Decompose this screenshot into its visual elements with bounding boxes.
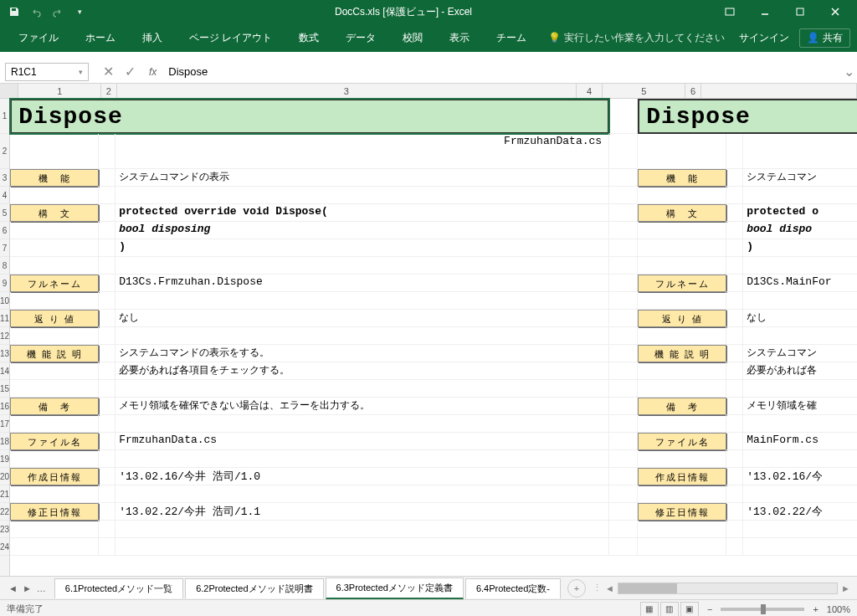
cell[interactable] [10, 134, 99, 169]
row-header[interactable]: 18 [0, 433, 9, 450]
cell[interactable] [726, 521, 743, 538]
cell[interactable] [726, 292, 743, 310]
expand-formula-icon[interactable]: ⌄ [840, 64, 857, 80]
cell[interactable] [609, 222, 638, 239]
cell[interactable] [99, 398, 115, 415]
cell[interactable] [10, 239, 99, 257]
cell[interactable] [726, 134, 743, 169]
label-return[interactable]: 返 り 値 [638, 310, 726, 327]
cell[interactable] [115, 415, 609, 433]
cell[interactable] [609, 99, 638, 134]
cell[interactable] [743, 485, 857, 503]
cell[interactable] [726, 204, 743, 222]
cell[interactable] [10, 415, 99, 433]
cell[interactable] [638, 257, 726, 275]
cell[interactable] [726, 275, 743, 292]
tab-file[interactable]: ファイル [7, 26, 70, 50]
cell[interactable] [609, 239, 638, 257]
row-header[interactable]: 24 [0, 538, 9, 556]
view-pagelayout-icon[interactable]: ▥ [660, 602, 679, 617]
cell[interactable]: FrmzuhanData.cs [115, 433, 609, 450]
zoom-thumb[interactable] [761, 604, 766, 614]
row-header[interactable]: 16 [0, 398, 9, 415]
cell[interactable] [115, 187, 609, 204]
cell[interactable] [10, 362, 99, 380]
cell[interactable]: MainForm.cs [743, 433, 857, 450]
view-normal-icon[interactable]: ▦ [640, 602, 659, 617]
cell[interactable] [99, 503, 115, 521]
cell[interactable] [99, 538, 115, 556]
tab-data[interactable]: データ [334, 26, 387, 50]
cancel-icon[interactable]: ✕ [100, 64, 115, 80]
label-func[interactable]: 機 能 [10, 169, 99, 187]
cell[interactable]: メモリ領域を確 [743, 398, 857, 415]
row-header[interactable]: 19 [0, 450, 9, 468]
cell[interactable] [10, 521, 99, 538]
label-desc[interactable]: 機 能 説 明 [10, 345, 99, 362]
cell[interactable] [638, 239, 726, 257]
cell[interactable] [638, 292, 726, 310]
cell[interactable] [10, 538, 99, 556]
row-header[interactable]: 17 [0, 415, 9, 433]
cell[interactable]: システムコマン [743, 169, 857, 187]
sheet-tab-active[interactable]: 6.3Protectedメソッド定義書 [326, 578, 464, 599]
cell[interactable] [99, 310, 115, 327]
cell[interactable] [743, 521, 857, 538]
tab-more-icon[interactable]: … [37, 583, 46, 593]
row-header[interactable]: 6 [0, 222, 9, 239]
qat-dropdown-icon[interactable]: ▾ [72, 4, 87, 19]
cell[interactable] [726, 433, 743, 450]
minimize-icon[interactable] [748, 2, 782, 22]
label-desc[interactable]: 機 能 説 明 [638, 345, 726, 362]
cell[interactable] [115, 257, 609, 275]
cell[interactable] [743, 134, 857, 169]
cell[interactable]: システムコマンドの表示をする。 [115, 345, 609, 362]
cell[interactable] [609, 204, 638, 222]
label-syntax[interactable]: 構 文 [10, 204, 99, 222]
close-icon[interactable] [819, 2, 852, 22]
cell[interactable]: '13.02.22/今井 浩司/1.1 [115, 503, 609, 521]
cell[interactable] [609, 275, 638, 292]
tell-me[interactable]: 💡 実行したい作業を入力してください [548, 31, 725, 45]
cell[interactable] [609, 327, 638, 345]
cell[interactable] [609, 450, 638, 468]
cell[interactable] [609, 380, 638, 398]
cell[interactable] [638, 327, 726, 345]
cell[interactable]: なし [743, 310, 857, 327]
cell[interactable] [726, 398, 743, 415]
cell[interactable] [609, 485, 638, 503]
cell[interactable] [638, 134, 726, 169]
cell[interactable]: protected override void Dispose( [115, 204, 609, 222]
signin-link[interactable]: サインイン [739, 31, 789, 45]
cell[interactable] [99, 275, 115, 292]
cell[interactable] [726, 222, 743, 239]
label-return[interactable]: 返 り 値 [10, 310, 99, 327]
cell[interactable] [609, 521, 638, 538]
cell[interactable] [115, 521, 609, 538]
label-created[interactable]: 作成日情報 [10, 468, 99, 485]
cell[interactable] [726, 380, 743, 398]
cell[interactable] [743, 538, 857, 556]
cell[interactable] [726, 468, 743, 485]
cell[interactable] [10, 187, 99, 204]
cell[interactable] [609, 292, 638, 310]
row-header[interactable]: 13 [0, 345, 9, 362]
cell[interactable] [99, 362, 115, 380]
cell[interactable] [743, 257, 857, 275]
cell[interactable] [609, 468, 638, 485]
row-header[interactable]: 3 [0, 169, 9, 187]
cell[interactable] [609, 503, 638, 521]
cell[interactable]: ) [115, 239, 609, 257]
cell[interactable] [115, 380, 609, 398]
view-pagebreak-icon[interactable]: ▣ [680, 602, 699, 617]
cell[interactable] [726, 257, 743, 275]
cell[interactable] [609, 257, 638, 275]
cell[interactable] [99, 292, 115, 310]
row-header[interactable]: 12 [0, 327, 9, 345]
cell[interactable] [638, 485, 726, 503]
cell[interactable] [609, 362, 638, 380]
ribbon-display-icon[interactable] [713, 2, 747, 22]
sheet-tab[interactable]: 6.2Protectedメソッド説明書 [185, 578, 323, 598]
zoom-slider[interactable] [721, 608, 804, 611]
cell[interactable] [726, 503, 743, 521]
